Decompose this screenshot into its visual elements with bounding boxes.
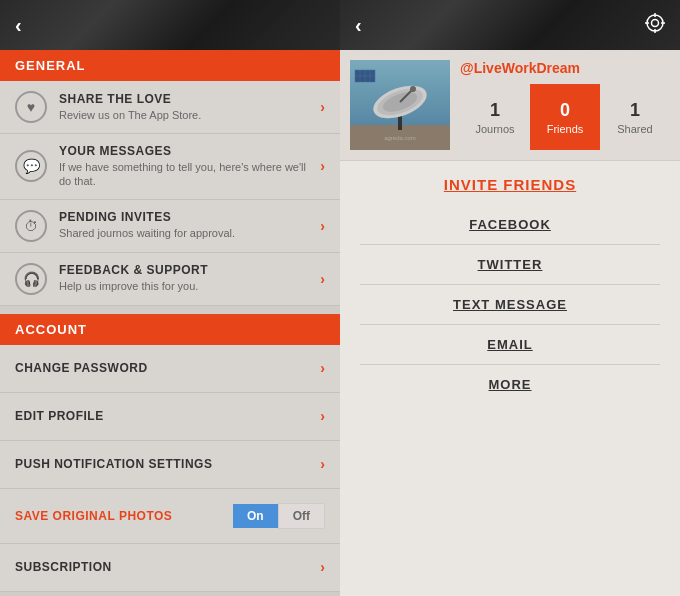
account-item-save-photos[interactable]: SAVE ORIGINAL PHOTOS On Off xyxy=(0,489,340,544)
invite-twitter[interactable]: TWITTER xyxy=(360,245,660,285)
save-photos-toggle[interactable]: On Off xyxy=(233,503,325,529)
account-item-push-notifications[interactable]: PUSH NOTIFICATION SETTINGS › xyxy=(0,441,340,489)
invite-text-message[interactable]: TEXT MESSAGE xyxy=(360,285,660,325)
username: @LiveWorkDream xyxy=(460,60,670,76)
chevron-right-icon: › xyxy=(320,271,325,287)
account-item-edit-profile[interactable]: EDIT PROFILE › xyxy=(0,393,340,441)
invite-section: INVITE FRIENDS FACEBOOK TWITTER TEXT MES… xyxy=(340,161,680,596)
friends-label: Friends xyxy=(547,123,584,135)
profile-section: agreda.com @LiveWorkDream 1 Journos 0 Fr… xyxy=(340,50,680,161)
right-back-button[interactable]: ‹ xyxy=(355,14,362,37)
svg-point-12 xyxy=(410,86,416,92)
account-section: ACCOUNT CHANGE PASSWORD › EDIT PROFILE ›… xyxy=(0,314,340,592)
chevron-right-icon: › xyxy=(320,408,325,424)
edit-profile-label: EDIT PROFILE xyxy=(15,409,320,423)
stat-journos[interactable]: 1 Journos xyxy=(460,84,530,150)
subscription-label: SUBSCRIPTION xyxy=(15,560,320,574)
right-header: ‹ xyxy=(340,0,680,50)
toggle-on-button[interactable]: On xyxy=(233,504,278,528)
chevron-right-icon: › xyxy=(320,99,325,115)
journos-label: Journos xyxy=(475,123,514,135)
change-password-label: CHANGE PASSWORD xyxy=(15,361,320,375)
feedback-subtitle: Help us improve this for you. xyxy=(59,279,320,293)
stat-friends[interactable]: 0 Friends xyxy=(530,84,600,150)
chevron-right-icon: › xyxy=(320,218,325,234)
svg-text:agreda.com: agreda.com xyxy=(384,135,416,141)
pending-invites-subtitle: Shared journos waiting for approval. xyxy=(59,226,320,240)
pending-invites-text: PENDING INVITES Shared journos waiting f… xyxy=(59,210,320,240)
invite-email[interactable]: EMAIL xyxy=(360,325,660,365)
general-section-header: GENERAL xyxy=(0,50,340,81)
push-notifications-label: PUSH NOTIFICATION SETTINGS xyxy=(15,457,320,471)
left-header: ‹ xyxy=(0,0,340,50)
settings-icon[interactable] xyxy=(645,13,665,38)
menu-item-messages[interactable]: 💬 YOUR MESSAGES If we have something to … xyxy=(0,134,340,200)
journos-count: 1 xyxy=(490,100,500,121)
share-love-text: SHARE THE LOVE Review us on The App Stor… xyxy=(59,92,320,122)
satellite-image: agreda.com xyxy=(350,60,450,150)
menu-item-share-love[interactable]: ♥ SHARE THE LOVE Review us on The App St… xyxy=(0,81,340,134)
stats-row: 1 Journos 0 Friends 1 Shared xyxy=(460,84,670,150)
toggle-off-button[interactable]: Off xyxy=(278,503,325,529)
share-love-subtitle: Review us on The App Store. xyxy=(59,108,320,122)
invite-title: INVITE FRIENDS xyxy=(444,176,576,193)
feedback-icon: 🎧 xyxy=(15,263,47,295)
back-button[interactable]: ‹ xyxy=(15,14,22,37)
chevron-right-icon: › xyxy=(320,158,325,174)
messages-subtitle: If we have something to tell you, here's… xyxy=(59,160,320,189)
chevron-right-icon: › xyxy=(320,456,325,472)
save-photos-label: SAVE ORIGINAL PHOTOS xyxy=(15,509,233,523)
menu-item-feedback[interactable]: 🎧 FEEDBACK & SUPPORT Help us improve thi… xyxy=(0,253,340,306)
account-section-header: ACCOUNT xyxy=(0,314,340,345)
pending-invites-icon: ⏱ xyxy=(15,210,47,242)
share-love-icon: ♥ xyxy=(15,91,47,123)
shared-count: 1 xyxy=(630,100,640,121)
profile-image: agreda.com xyxy=(350,60,450,150)
messages-text: YOUR MESSAGES If we have something to te… xyxy=(59,144,320,189)
feedback-text: FEEDBACK & SUPPORT Help us improve this … xyxy=(59,263,320,293)
stat-shared[interactable]: 1 Shared xyxy=(600,84,670,150)
share-love-title: SHARE THE LOVE xyxy=(59,92,320,106)
profile-stats: @LiveWorkDream 1 Journos 0 Friends 1 Sha… xyxy=(450,60,670,150)
shared-label: Shared xyxy=(617,123,652,135)
chevron-right-icon: › xyxy=(320,559,325,575)
feedback-title: FEEDBACK & SUPPORT xyxy=(59,263,320,277)
chevron-right-icon: › xyxy=(320,360,325,376)
right-panel: ‹ xyxy=(340,0,680,596)
pending-invites-title: PENDING INVITES xyxy=(59,210,320,224)
account-item-subscription[interactable]: SUBSCRIPTION › xyxy=(0,544,340,592)
menu-item-pending-invites[interactable]: ⏱ PENDING INVITES Shared journos waiting… xyxy=(0,200,340,253)
left-panel: ‹ GENERAL ♥ SHARE THE LOVE Review us on … xyxy=(0,0,340,596)
friends-count: 0 xyxy=(560,100,570,121)
invite-more[interactable]: MORE xyxy=(360,365,660,404)
messages-title: YOUR MESSAGES xyxy=(59,144,320,158)
invite-facebook[interactable]: FACEBOOK xyxy=(360,205,660,245)
account-item-change-password[interactable]: CHANGE PASSWORD › xyxy=(0,345,340,393)
messages-icon: 💬 xyxy=(15,150,47,182)
